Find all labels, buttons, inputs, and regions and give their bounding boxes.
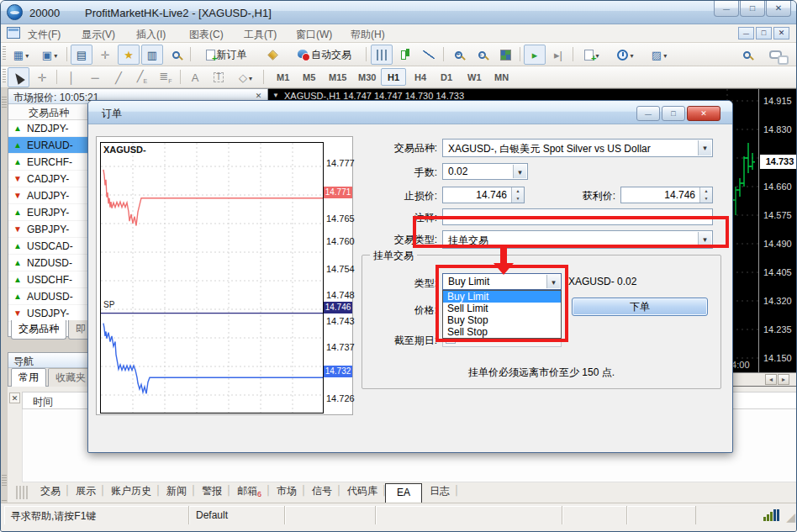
tab-favorites[interactable]: 收藏夹 (48, 368, 93, 388)
mdi-minimize-button[interactable] (738, 27, 754, 40)
shapes-button[interactable]: ◇ (231, 67, 260, 87)
text-button[interactable]: A (184, 67, 206, 87)
place-order-button[interactable]: 下单 (572, 298, 708, 316)
menu-charts[interactable]: 图表(C) (184, 28, 229, 42)
new-order-button[interactable]: +新订单 (194, 45, 258, 65)
annotation-box-order-type (413, 216, 729, 248)
tile-windows-button[interactable] (494, 45, 516, 65)
dialog-title-bar[interactable]: 订单 (88, 101, 732, 124)
expiry-label: 截至期日: (357, 334, 437, 348)
dock-grip[interactable] (2, 475, 7, 487)
scroll-right-button[interactable]: ▸ (778, 374, 789, 385)
menu-tools[interactable]: 工具(T) (239, 28, 282, 42)
tab-common[interactable]: 常用 (11, 368, 46, 388)
spinner-buttons[interactable]: ▲▼ (511, 187, 524, 203)
tab-account-history[interactable]: 账户历史 (103, 482, 159, 503)
tab-symbols[interactable]: 交易品种 (11, 320, 66, 340)
resize-grip-icon[interactable]: ◢ (786, 510, 795, 524)
take-profit-field[interactable]: 14.746 ▲▼ (620, 187, 713, 203)
restore-button[interactable] (740, 1, 765, 17)
toolbar-grip[interactable] (3, 69, 6, 84)
candlestick-icon (400, 49, 410, 61)
zoom-in-button[interactable]: + (447, 45, 469, 65)
templates-button[interactable]: ▨ (644, 45, 674, 65)
tf-m15[interactable]: M15 (322, 68, 353, 86)
horizontal-line-button[interactable]: ─ (84, 67, 106, 87)
new-chart-button[interactable]: ▦ (8, 45, 34, 65)
tab-ea[interactable]: EA (385, 483, 422, 503)
strategy-tester-button[interactable] (165, 45, 187, 65)
terminal-close-icon[interactable]: ✕ (9, 392, 20, 403)
tab-market[interactable]: 市场 (269, 482, 304, 503)
dock-grip[interactable] (2, 97, 7, 108)
status-profile[interactable]: Default (189, 506, 285, 524)
tab-signals[interactable]: 信号 (304, 482, 340, 503)
stop-loss-label: 止损价: (357, 189, 437, 203)
auto-scroll-button[interactable]: ▸ (524, 45, 546, 65)
dialog-close-button[interactable] (687, 106, 720, 121)
close-button[interactable] (766, 1, 791, 17)
terminal-grip-icon[interactable] (16, 486, 28, 499)
fibonacci-button[interactable]: ≣F (155, 67, 177, 87)
autotrading-button[interactable]: 自动交易 (287, 45, 362, 65)
tf-h1[interactable]: H1 (381, 68, 406, 86)
tab-trade[interactable]: 交易 (33, 482, 68, 503)
toolbar-grip[interactable] (3, 46, 6, 61)
tf-h4[interactable]: H4 (408, 68, 433, 86)
chevron-down-icon[interactable] (513, 165, 526, 178)
tf-m30[interactable]: M30 (351, 68, 383, 86)
tab-journal[interactable]: 日志 (422, 482, 457, 503)
menu-file[interactable]: 文件(F) (23, 28, 66, 42)
cursor-button[interactable] (8, 67, 29, 87)
tab-mailbox[interactable]: 邮箱6 (230, 482, 269, 503)
navigator-title: 导航 (13, 356, 34, 367)
stop-loss-field[interactable]: 14.746 ▲▼ (442, 187, 525, 203)
line-chart-button[interactable] (418, 45, 440, 65)
tab-news[interactable]: 新闻 (159, 482, 194, 503)
profiles-button[interactable]: ▣ (36, 45, 63, 65)
chart-shift-button[interactable]: ▸| (547, 45, 569, 65)
metaeditor-button[interactable] (261, 45, 283, 65)
dialog-minimize-button[interactable] (636, 106, 660, 121)
mdi-close-button[interactable] (773, 27, 789, 40)
symbol-dropdown[interactable]: XAGUSD-, 白银美元 Spot Silver vs US Dollar (442, 139, 713, 157)
tab-exposure[interactable]: 展示 (68, 482, 103, 503)
tab-alerts[interactable]: 警报 (194, 482, 230, 503)
tile-windows-icon (500, 50, 511, 61)
data-window-button[interactable]: ✛ (94, 45, 116, 65)
spinner-buttons[interactable]: ▲▼ (699, 187, 712, 203)
market-watch-button[interactable]: ▤ (71, 45, 92, 65)
channel-button[interactable]: ╱E (131, 67, 153, 87)
chart-window-icon[interactable] (7, 27, 20, 39)
menu-insert[interactable]: 插入(I) (131, 28, 171, 42)
navigator-button[interactable]: ★ (118, 45, 140, 65)
search-button[interactable] (736, 45, 757, 65)
tf-mn[interactable]: MN (488, 68, 515, 86)
periods-button[interactable] (610, 45, 641, 65)
crosshair-button[interactable]: ✛ (31, 67, 53, 87)
tf-m1[interactable]: M1 (270, 68, 296, 86)
chat-button[interactable] (763, 45, 788, 65)
chevron-down-icon[interactable] (698, 140, 711, 155)
tf-d1[interactable]: D1 (434, 68, 459, 86)
zoom-out-button[interactable]: - (471, 45, 493, 65)
volume-dropdown[interactable]: 0.02 (442, 163, 528, 180)
dialog-restore-button[interactable] (662, 106, 685, 121)
indicators-button[interactable]: + (577, 45, 607, 65)
menu-view[interactable]: 显示(V) (77, 28, 120, 42)
candlestick-button[interactable] (394, 45, 416, 65)
time-column-label[interactable]: 时间 (33, 396, 53, 408)
menu-help[interactable]: 帮助(H) (346, 28, 390, 42)
tf-w1[interactable]: W1 (461, 68, 488, 86)
bar-chart-button[interactable] (371, 45, 393, 65)
tf-m5[interactable]: M5 (296, 68, 322, 86)
terminal-button[interactable]: ▥ (141, 45, 163, 65)
vertical-line-button[interactable]: │ (61, 67, 82, 87)
minimize-button[interactable] (714, 1, 739, 17)
mdi-restore-button[interactable] (756, 27, 772, 40)
tab-code-base[interactable]: 代码库 (340, 482, 385, 503)
text-label-button[interactable]: T (208, 67, 230, 87)
menu-window[interactable]: 窗口(W) (291, 28, 337, 42)
scroll-left-button[interactable]: ◂ (765, 374, 777, 385)
trendline-button[interactable]: ╱ (108, 67, 129, 87)
